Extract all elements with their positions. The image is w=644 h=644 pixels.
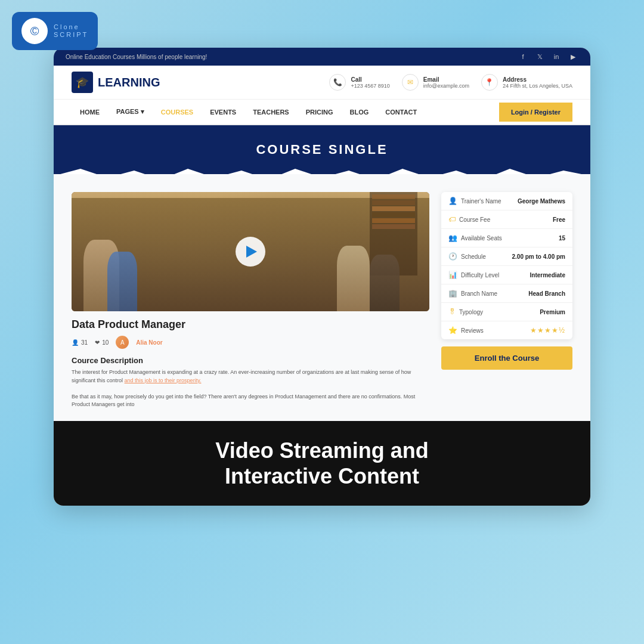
contact-email-info: Email info@example.com — [423, 76, 469, 89]
seats-row: 👥 Available Seats 15 — [441, 229, 572, 247]
right-column: 👤 Trainer's Name George Mathews 🏷 Course… — [441, 192, 572, 409]
play-button[interactable] — [236, 237, 265, 267]
reviews-row: ⭐ Reviews ★★★★½ — [441, 321, 572, 339]
instructor-name: Alia Noor — [136, 339, 162, 346]
nav-blog[interactable]: BLOG — [342, 100, 377, 124]
trainer-row: 👤 Trainer's Name George Mathews — [441, 192, 572, 210]
difficulty-row: 📊 Difficulty Level Intermediate — [441, 266, 572, 284]
fee-value: Free — [553, 216, 565, 223]
outer-wrapper: © Clone SCRIPT Online Education Courses … — [0, 0, 644, 644]
nav-pages[interactable]: PAGES ▾ — [108, 100, 153, 124]
hero-banner: COURSE SINGLE — [54, 125, 590, 174]
nav-teachers[interactable]: TEACHERS — [244, 100, 298, 124]
course-description: The interest for Product Management is e… — [72, 369, 429, 409]
address-icon: 📍 — [481, 74, 498, 91]
schedule-value: 2.00 pm to 4.00 pm — [512, 253, 565, 260]
twitter-icon[interactable]: 𝕏 — [534, 51, 545, 62]
difficulty-value: Intermediate — [530, 272, 565, 278]
clone-icon: © — [21, 18, 48, 44]
bottom-banner: Video Streaming and Interactive Content — [54, 421, 590, 506]
top-bar: Online Education Courses Millions of peo… — [54, 48, 590, 66]
students-icon: 👤 — [72, 339, 79, 346]
contact-email: ✉ Email info@example.com — [402, 74, 469, 91]
nav-pricing[interactable]: PRICING — [298, 100, 342, 124]
fee-icon: 🏷 — [448, 215, 456, 224]
fee-row: 🏷 Course Fee Free — [441, 210, 572, 229]
logo-text: LEARNING — [98, 76, 160, 89]
hero-title: COURSE SINGLE — [70, 142, 574, 157]
likes-count: ❤ 10 — [95, 339, 109, 346]
phone-icon: 📞 — [329, 74, 346, 91]
badge-title: Clone SCRIPT — [54, 23, 88, 39]
nav-courses[interactable]: COURSES — [153, 100, 202, 124]
reviews-icon: ⭐ — [448, 326, 457, 335]
nav-home[interactable]: HOME — [72, 100, 108, 124]
course-meta: 👤 31 ❤ 10 A Alia Noor — [72, 336, 429, 349]
login-register-button[interactable]: Login / Register — [499, 103, 572, 122]
typology-icon: 🎖 — [448, 308, 456, 316]
left-column: Data Product Manager 👤 31 ❤ 10 A Alia No… — [72, 192, 429, 409]
nav-contact[interactable]: CONTACT — [377, 100, 425, 124]
branch-row: 🏢 Branch Name Head Branch — [441, 284, 572, 303]
reviews-stars: ★★★★½ — [530, 326, 565, 335]
bottom-title: Video Streaming and Interactive Content — [78, 438, 566, 489]
seats-value: 15 — [559, 235, 565, 242]
contact-address-info: Address 24 Fifth st, Los Angeles, USA — [503, 76, 572, 89]
enroll-button[interactable]: Enroll the Course — [441, 346, 572, 370]
social-icons: f 𝕏 in ▶ — [518, 51, 578, 62]
email-icon: ✉ — [402, 74, 419, 91]
linkedin-icon[interactable]: in — [551, 51, 562, 62]
typology-value: Premium — [540, 309, 565, 315]
trainer-value: George Mathews — [518, 198, 565, 205]
branch-value: Head Branch — [528, 290, 565, 297]
course-desc-title: Cource Description — [72, 356, 429, 365]
logo-icon: 🎓 — [72, 72, 93, 93]
site-logo[interactable]: 🎓 LEARNING — [72, 72, 160, 93]
clone-badge[interactable]: © Clone SCRIPT — [12, 12, 98, 50]
seats-icon: 👥 — [448, 234, 457, 242]
nav-links: HOME PAGES ▾ COURSES EVENTS TEACHERS PRI… — [72, 100, 425, 124]
schedule-icon: 🕐 — [448, 252, 457, 261]
nav-events[interactable]: EVENTS — [202, 100, 244, 124]
trainer-icon: 👤 — [448, 197, 457, 205]
header-contacts: 📞 Call +123 4567 8910 ✉ Email info@examp… — [329, 74, 572, 91]
info-card: 👤 Trainer's Name George Mathews 🏷 Course… — [441, 192, 572, 339]
main-content: Data Product Manager 👤 31 ❤ 10 A Alia No… — [54, 174, 590, 421]
site-header: 🎓 LEARNING 📞 Call +123 4567 8910 ✉ Email… — [54, 66, 590, 100]
browser-window: Online Education Courses Millions of peo… — [54, 48, 590, 506]
difficulty-icon: 📊 — [448, 271, 457, 279]
likes-icon: ❤ — [95, 339, 100, 346]
schedule-row: 🕐 Schedule 2.00 pm to 4.00 pm — [441, 247, 572, 266]
main-nav: HOME PAGES ▾ COURSES EVENTS TEACHERS PRI… — [54, 100, 590, 125]
contact-phone: 📞 Call +123 4567 8910 — [329, 74, 389, 91]
instructor-avatar: A — [116, 336, 129, 349]
tagline: Online Education Courses Millions of peo… — [66, 54, 207, 60]
contact-address: 📍 Address 24 Fifth st, Los Angeles, USA — [481, 74, 572, 91]
course-title: Data Product Manager — [72, 318, 429, 331]
contact-phone-info: Call +123 4567 8910 — [351, 76, 389, 89]
typology-row: 🎖 Typology Premium — [441, 303, 572, 321]
course-video[interactable] — [72, 192, 429, 311]
youtube-icon[interactable]: ▶ — [568, 51, 578, 62]
facebook-icon[interactable]: f — [518, 51, 528, 62]
branch-icon: 🏢 — [448, 289, 457, 298]
students-count: 👤 31 — [72, 339, 88, 346]
desc-link[interactable]: and this job is to their prosperity. — [125, 377, 202, 383]
